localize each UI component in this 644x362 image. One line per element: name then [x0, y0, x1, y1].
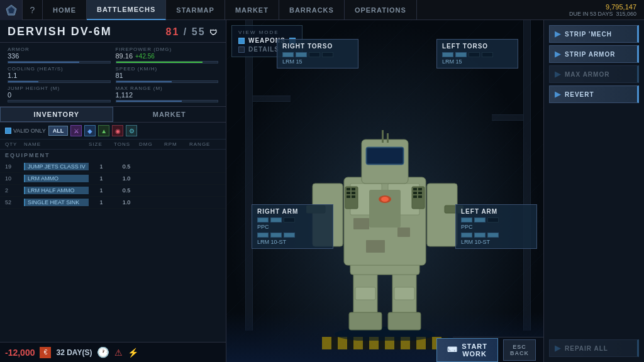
weapons-dot [238, 38, 245, 44]
arrow-icon: ▶ [555, 70, 561, 79]
mech-header: DERVISH DV-6M 81 / 55 🛡 [0, 20, 226, 43]
svg-rect-8 [394, 287, 414, 300]
col-tons: TONS [114, 141, 139, 147]
max-armor-label: MAX ARMOR [565, 71, 609, 78]
tab-battlemechs[interactable]: BATTLEMECHS [87, 0, 166, 20]
right-arm-title: RIGHT ARM [257, 208, 328, 215]
strip-armor-button[interactable]: ▶ STRIP ARMOR [549, 45, 639, 63]
mech-name: DERVISH DV-6M [8, 25, 112, 38]
back-button[interactable]: ESC BACK [503, 339, 536, 361]
valid-only-filter[interactable]: VALID ONLY [5, 128, 46, 134]
cost-display: -12,000 [5, 348, 35, 358]
filter-all-btn[interactable]: ALL [48, 126, 69, 136]
right-arm-slots2 [257, 233, 328, 238]
valid-only-label: VALID ONLY [13, 128, 46, 134]
pipe-left [245, 20, 253, 331]
col-range: RANGE [189, 141, 221, 147]
item-qty: 19 [5, 163, 24, 170]
svg-rect-38 [387, 133, 389, 143]
filter-energy-icon[interactable]: ◉ [112, 125, 123, 136]
jump-value: 0 [8, 91, 111, 99]
svg-rect-19 [352, 188, 355, 190]
svg-rect-6 [388, 312, 421, 330]
cooling-value: 1.1 [8, 72, 111, 79]
tab-home[interactable]: HOME [43, 0, 87, 20]
left-panel: DERVISH DV-6M 81 / 55 🛡 ARMOR 336 FIREPO… [0, 20, 226, 362]
table-row[interactable]: 52 SINGLE HEAT SINK 1 1.0 [0, 197, 226, 209]
repair-all-label: REPAIR ALL [565, 345, 608, 352]
strip-armor-label: STRIP ARMOR [565, 51, 615, 58]
svg-rect-32 [427, 184, 457, 246]
left-torso-slots [442, 52, 513, 57]
item-tons: 1.0 [114, 199, 139, 206]
hp-max: 55 [192, 26, 206, 37]
item-size: 1 [89, 163, 114, 170]
max-armor-button[interactable]: ▶ MAX ARMOR [549, 65, 639, 83]
slot [482, 52, 493, 57]
slot [309, 52, 320, 57]
shield-icon: 🛡 [209, 28, 218, 37]
tab-barracks[interactable]: BARRACKS [279, 0, 345, 20]
help-icon[interactable]: ? [23, 0, 43, 20]
item-qty: 10 [5, 175, 24, 182]
left-arm-slots2 [461, 233, 531, 238]
back-label: BACK [510, 350, 529, 356]
bottom-actions: ⌨ START WORK ESC BACK [453, 337, 543, 362]
strip-mech-button[interactable]: ▶ STRIP 'MECH [549, 25, 639, 43]
item-tons: 0.5 [114, 163, 139, 170]
tab-market-inv[interactable]: MARKET [113, 107, 226, 122]
svg-rect-27 [418, 192, 422, 194]
firepower-bonus: +42.56 [135, 53, 155, 60]
pipe-top-right [492, 114, 523, 121]
filter-melee-icon[interactable]: ⚔ [70, 125, 82, 136]
svg-rect-20 [347, 192, 350, 194]
left-torso-zone[interactable]: LEFT TORSO LRM 15 [436, 39, 518, 69]
item-size: 1 [89, 175, 114, 182]
filter-missile-icon[interactable]: ▲ [98, 125, 109, 136]
tab-starmap[interactable]: STARMAP [166, 0, 225, 20]
slot [270, 217, 282, 222]
revert-button[interactable]: ▶ REVERT [549, 85, 639, 103]
left-arm-title: LEFT ARM [461, 208, 531, 215]
item-name: LRM HALF AMMO [24, 187, 89, 194]
col-qty: QTY [5, 141, 24, 147]
clock-icon: 🕐 [97, 346, 109, 358]
start-work-button[interactable]: ⌨ START WORK [436, 338, 498, 362]
slot [487, 217, 499, 222]
table-row[interactable]: 19 JUMP JETS CLASS IV 1 0.5 [0, 161, 226, 173]
tab-operations[interactable]: OPERATIONS [345, 0, 417, 20]
repair-all-button[interactable]: ▶ REPAIR ALL [549, 339, 639, 357]
filter-row: VALID ONLY ALL ⚔ ◆ ▲ ◉ ⚙ [0, 123, 226, 140]
col-size: SIZE [89, 141, 114, 147]
item-tons: 1.0 [114, 175, 139, 182]
slot [461, 217, 472, 222]
valid-only-checkbox[interactable] [5, 128, 11, 134]
right-arm-zone[interactable]: RIGHT ARM PPC LRM 10-ST [252, 204, 333, 249]
right-torso-title: RIGHT TORSO [282, 43, 353, 50]
left-arm-weapon1: PPC [461, 224, 531, 230]
filter-equipment-icon[interactable]: ⚙ [126, 125, 137, 136]
right-torso-zone[interactable]: RIGHT TORSO LRM 15 [277, 39, 358, 69]
svg-rect-41 [366, 240, 385, 253]
equipment-list: 19 JUMP JETS CLASS IV 1 0.5 10 LRM AMMO … [0, 161, 226, 209]
speed-value: 81 [116, 72, 219, 79]
left-arm-zone[interactable]: LEFT ARM PPC LRM 10-ST [455, 204, 537, 249]
svg-rect-24 [413, 188, 417, 190]
arrow-icon: ▶ [555, 50, 561, 58]
slot [284, 233, 295, 238]
table-row[interactable]: 2 LRM HALF AMMO 1 0.5 [0, 185, 226, 197]
table-row[interactable]: 10 LRM AMMO 1 1.0 [0, 173, 226, 185]
svg-rect-7 [355, 287, 375, 300]
item-tons: 0.5 [114, 187, 139, 194]
svg-rect-26 [413, 192, 417, 194]
item-size: 1 [89, 199, 114, 206]
tab-inventory[interactable]: INVENTORY [0, 107, 113, 122]
start-work-label: START WORK [462, 343, 487, 358]
svg-rect-25 [418, 188, 422, 190]
filter-ballistic-icon[interactable]: ◆ [84, 125, 96, 136]
tab-market[interactable]: MARKET [225, 0, 279, 20]
svg-rect-5 [349, 312, 382, 330]
slot [487, 233, 499, 238]
days-display: 32 DAY(S) [56, 348, 92, 357]
currency-icon: € [40, 347, 51, 358]
